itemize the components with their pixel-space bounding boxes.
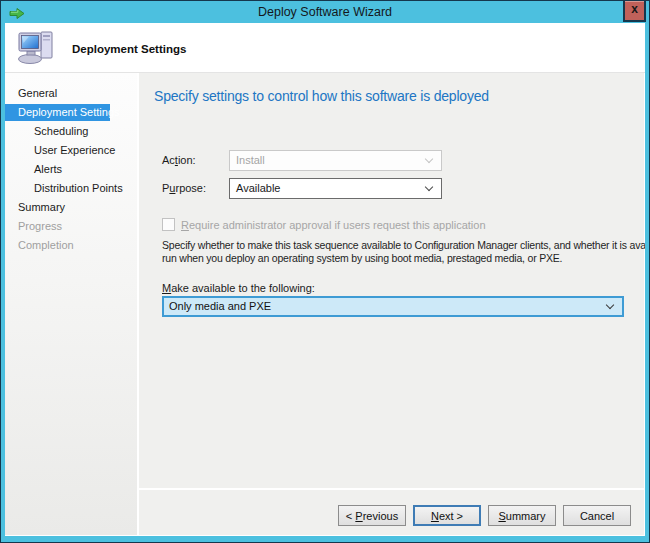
sidebar-item-distribution-points[interactable]: Distribution Points — [5, 180, 137, 197]
close-icon: x — [631, 2, 638, 16]
description-line: Specify whether to make this task sequen… — [162, 239, 645, 252]
description-line: run when you deploy an operating system … — [162, 252, 645, 265]
wizard-main: GeneralDeployment SettingsSchedulingUser… — [5, 73, 645, 535]
wizard-button-bar: < PreviousNext >SummaryCancel — [139, 488, 645, 535]
make-available-dropdown-value: Only media and PXE — [169, 300, 271, 312]
make-available-label: Make available to the following: — [162, 282, 315, 294]
close-button[interactable]: x — [623, 1, 646, 22]
approval-checkbox-label: Require administrator approval if users … — [181, 219, 486, 231]
summary-button[interactable]: Summary — [488, 505, 556, 526]
cancel-button[interactable]: Cancel — [563, 505, 631, 526]
description-text: Specify whether to make this task sequen… — [162, 239, 645, 265]
action-dropdown-value: Install — [236, 154, 265, 166]
sidebar-item-completion: Completion — [5, 237, 137, 254]
content-heading: Specify settings to control how this sof… — [154, 88, 489, 104]
window-body: Deployment Settings GeneralDeployment Se… — [5, 23, 645, 536]
wizard-arrow-icon — [9, 6, 25, 19]
purpose-dropdown[interactable]: Available — [229, 178, 442, 199]
chevron-down-icon — [425, 155, 433, 163]
next-button[interactable]: Next > — [413, 505, 481, 526]
wizard-step-list: GeneralDeployment SettingsSchedulingUser… — [5, 73, 139, 535]
purpose-dropdown-value: Available — [236, 182, 280, 194]
title-bar: Deploy Software Wizard x — [1, 1, 649, 23]
chevron-down-icon — [606, 301, 614, 309]
action-dropdown: Install — [229, 150, 442, 171]
sidebar-item-alerts[interactable]: Alerts — [5, 161, 137, 178]
sidebar-item-scheduling[interactable]: Scheduling — [5, 123, 137, 140]
sidebar-item-progress: Progress — [5, 218, 137, 235]
make-available-dropdown[interactable]: Only media and PXE — [162, 296, 624, 317]
purpose-label: Purpose: — [162, 182, 206, 194]
page-title: Deployment Settings — [72, 43, 186, 55]
deploy-software-wizard-window: Deploy Software Wizard x — [0, 0, 650, 543]
wizard-header: Deployment Settings — [5, 23, 645, 73]
sidebar-item-summary[interactable]: Summary — [5, 199, 137, 216]
action-label: Action: — [162, 154, 196, 166]
sidebar-item-general[interactable]: General — [5, 85, 137, 102]
previous-button[interactable]: < Previous — [338, 505, 406, 526]
computer-icon — [17, 28, 57, 72]
approval-checkbox-row: Require administrator approval if users … — [162, 218, 486, 231]
wizard-content-pane: Specify settings to control how this sof… — [139, 73, 645, 535]
window-title: Deploy Software Wizard — [1, 1, 649, 23]
chevron-down-icon — [425, 183, 433, 191]
sidebar-item-user-experience[interactable]: User Experience — [5, 142, 137, 159]
approval-checkbox — [162, 218, 175, 231]
sidebar-item-deployment-settings[interactable]: Deployment Settings — [5, 104, 110, 121]
